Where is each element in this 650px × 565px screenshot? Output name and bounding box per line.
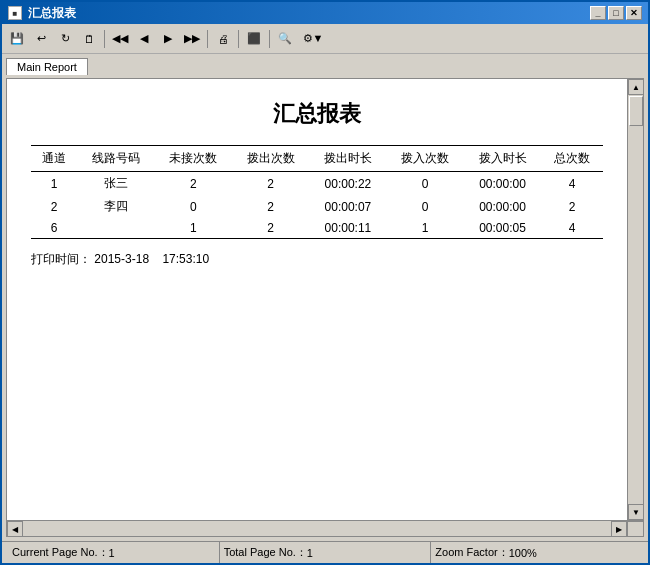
scroll-right-button[interactable]: ▶ [611, 521, 627, 537]
export-button[interactable]: 🗒 [78, 28, 100, 50]
nav-first-button[interactable]: ◀◀ [109, 28, 131, 50]
vertical-scrollbar: ▲ ▼ [627, 79, 643, 520]
toolbar-separator-3 [238, 30, 239, 48]
horizontal-scrollbar: ◀ ▶ [7, 520, 643, 536]
scroll-thumb[interactable] [629, 96, 643, 126]
table-cell: 0 [387, 195, 464, 218]
table-cell: 4 [541, 218, 603, 239]
toolbar-separator-2 [207, 30, 208, 48]
tabs-bar: Main Report [2, 54, 648, 74]
table-cell: 2 [155, 172, 232, 196]
table-row: 2李四0200:00:07000:00:002 [31, 195, 603, 218]
col-dial-time: 拨出时长 [309, 146, 386, 172]
print-button[interactable]: 🖨 [212, 28, 234, 50]
title-bar-left: ■ 汇总报表 [8, 5, 76, 22]
zoom-button[interactable]: 🔍 [274, 28, 296, 50]
report-title: 汇总报表 [31, 99, 603, 129]
col-line: 线路号码 [77, 146, 154, 172]
status-current-page: Current Page No.： 1 [8, 542, 220, 563]
table-cell: 2 [232, 218, 309, 239]
main-window: ■ 汇总报表 _ □ ✕ 💾 ↩ ↻ 🗒 ◀◀ ◀ ▶ ▶▶ 🖨 ⬛ 🔍 ⚙▼ … [0, 0, 650, 565]
nav-prev-button[interactable]: ◀ [133, 28, 155, 50]
nav-last-button[interactable]: ▶▶ [181, 28, 203, 50]
window-title: 汇总报表 [28, 5, 76, 22]
table-row: 61200:00:11100:00:054 [31, 218, 603, 239]
scroll-track-h [23, 521, 611, 536]
toolbar: 💾 ↩ ↻ 🗒 ◀◀ ◀ ▶ ▶▶ 🖨 ⬛ 🔍 ⚙▼ [2, 24, 648, 54]
table-cell: 00:00:00 [464, 195, 541, 218]
close-button[interactable]: ✕ [626, 6, 642, 20]
table-cell: 张三 [77, 172, 154, 196]
minimize-button[interactable]: _ [590, 6, 606, 20]
print-clock: 17:53:10 [162, 252, 209, 266]
table-cell: 1 [155, 218, 232, 239]
table-cell: 2 [31, 195, 77, 218]
table-cell [77, 218, 154, 239]
scroll-left-button[interactable]: ◀ [7, 521, 23, 537]
scroll-down-button[interactable]: ▼ [628, 504, 643, 520]
status-zoom: Zoom Factor： 100% [431, 542, 642, 563]
table-cell: 00:00:11 [309, 218, 386, 239]
toolbar-separator-1 [104, 30, 105, 48]
table-cell: 0 [155, 195, 232, 218]
tab-main-report[interactable]: Main Report [6, 58, 88, 75]
table-row: 1张三2200:00:22000:00:004 [31, 172, 603, 196]
table-cell: 00:00:00 [464, 172, 541, 196]
col-missed: 未接次数 [155, 146, 232, 172]
print-time: 打印时间： 2015-3-18 17:53:10 [31, 251, 603, 268]
window-icon: ■ [8, 6, 22, 20]
table-cell: 1 [387, 218, 464, 239]
col-in-count: 拨入次数 [387, 146, 464, 172]
stop-button[interactable]: ⬛ [243, 28, 265, 50]
main-content-area: 汇总报表 通道 线路号码 未接次数 拨出次数 拨出时长 拨入次数 拨入时长 [7, 79, 643, 520]
table-cell: 2 [541, 195, 603, 218]
content-scroll: 汇总报表 通道 线路号码 未接次数 拨出次数 拨出时长 拨入次数 拨入时长 [7, 79, 627, 520]
print-date: 2015-3-18 [94, 252, 149, 266]
table-cell: 00:00:22 [309, 172, 386, 196]
report-table: 通道 线路号码 未接次数 拨出次数 拨出时长 拨入次数 拨入时长 总次数 [31, 145, 603, 239]
status-bar: Current Page No.： 1 Total Page No.： 1 Zo… [2, 541, 648, 563]
save-button[interactable]: 💾 [6, 28, 28, 50]
toolbar-separator-4 [269, 30, 270, 48]
col-total: 总次数 [541, 146, 603, 172]
table-header-row: 通道 线路号码 未接次数 拨出次数 拨出时长 拨入次数 拨入时长 总次数 [31, 146, 603, 172]
table-cell: 6 [31, 218, 77, 239]
status-total-page: Total Page No.： 1 [220, 542, 432, 563]
print-time-label: 打印时间： [31, 252, 91, 266]
table-cell: 李四 [77, 195, 154, 218]
back-button[interactable]: ↩ [30, 28, 52, 50]
scrollbar-corner [627, 521, 643, 537]
table-cell: 00:00:05 [464, 218, 541, 239]
scroll-up-button[interactable]: ▲ [628, 79, 643, 95]
report-container: 汇总报表 通道 线路号码 未接次数 拨出次数 拨出时长 拨入次数 拨入时长 [2, 74, 648, 541]
refresh-button[interactable]: ↻ [54, 28, 76, 50]
report-inner: 汇总报表 通道 线路号码 未接次数 拨出次数 拨出时长 拨入次数 拨入时长 [6, 78, 644, 537]
table-cell: 2 [232, 195, 309, 218]
table-cell: 0 [387, 172, 464, 196]
title-bar-buttons: _ □ ✕ [590, 6, 642, 20]
title-bar: ■ 汇总报表 _ □ ✕ [2, 2, 648, 24]
table-cell: 00:00:07 [309, 195, 386, 218]
maximize-button[interactable]: □ [608, 6, 624, 20]
scroll-track [628, 127, 643, 504]
table-cell: 1 [31, 172, 77, 196]
col-in-time: 拨入时长 [464, 146, 541, 172]
col-dial-count: 拨出次数 [232, 146, 309, 172]
settings-button[interactable]: ⚙▼ [298, 28, 328, 50]
table-cell: 2 [232, 172, 309, 196]
col-channel: 通道 [31, 146, 77, 172]
nav-next-button[interactable]: ▶ [157, 28, 179, 50]
table-cell: 4 [541, 172, 603, 196]
